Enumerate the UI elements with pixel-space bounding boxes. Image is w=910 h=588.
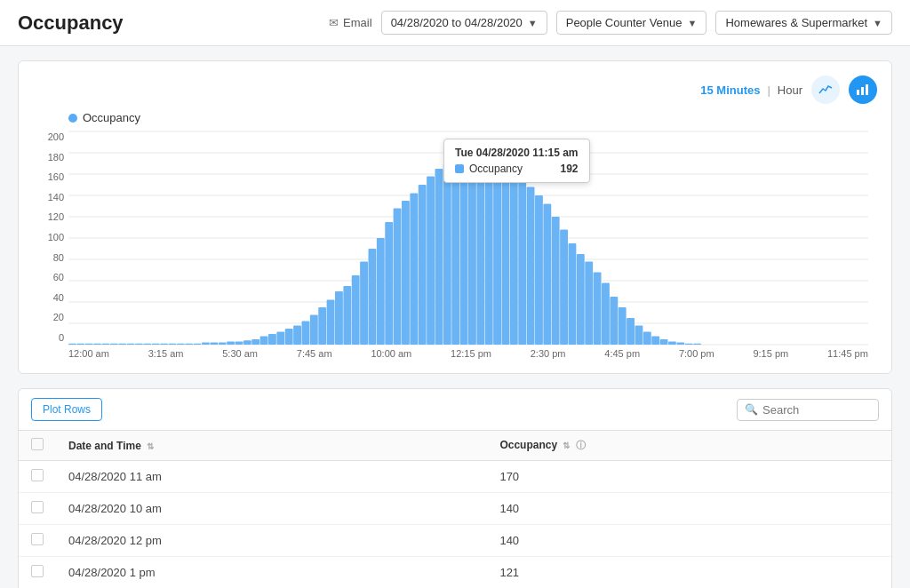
y-label-100: 100 bbox=[33, 232, 64, 242]
x-label-5: 12:15 pm bbox=[451, 348, 491, 359]
svg-rect-33 bbox=[227, 341, 235, 345]
date-range-dropdown[interactable]: 04/28/2020 to 04/28/2020 ▼ bbox=[381, 11, 547, 35]
col-datetime-header[interactable]: Date and Time ⇅ bbox=[56, 431, 487, 461]
svg-rect-1 bbox=[861, 87, 864, 95]
svg-rect-57 bbox=[427, 176, 435, 345]
svg-rect-83 bbox=[643, 332, 651, 345]
svg-rect-20 bbox=[118, 344, 126, 345]
y-label-40: 40 bbox=[33, 292, 64, 303]
y-label-160: 160 bbox=[33, 171, 64, 182]
svg-rect-24 bbox=[152, 344, 160, 345]
interval-divider: | bbox=[767, 83, 770, 97]
svg-rect-28 bbox=[185, 344, 193, 345]
search-input[interactable] bbox=[762, 403, 869, 417]
svg-rect-30 bbox=[202, 343, 210, 345]
svg-rect-78 bbox=[602, 282, 610, 345]
sort-icon: ⇅ bbox=[147, 441, 154, 451]
svg-rect-73 bbox=[560, 229, 568, 345]
svg-rect-80 bbox=[619, 307, 627, 345]
svg-rect-82 bbox=[635, 325, 643, 345]
x-label-7: 4:45 pm bbox=[604, 348, 640, 359]
row-checkbox[interactable] bbox=[31, 501, 44, 513]
svg-rect-69 bbox=[527, 187, 535, 345]
row-checkbox[interactable] bbox=[31, 469, 44, 481]
y-label-80: 80 bbox=[33, 252, 64, 263]
bar-chart-button[interactable] bbox=[849, 75, 877, 104]
svg-rect-66 bbox=[502, 158, 510, 345]
main-content: 15 Minutes | Hour Occupancy bbox=[0, 46, 910, 588]
table-body: 04/28/2020 11 am 170 04/28/2020 10 am 14… bbox=[19, 461, 891, 589]
interval-hour[interactable]: Hour bbox=[778, 83, 802, 97]
search-container: 🔍 bbox=[737, 399, 879, 421]
svg-rect-81 bbox=[627, 318, 635, 345]
svg-rect-65 bbox=[493, 153, 501, 345]
venue-dropdown[interactable]: People Counter Venue ▼ bbox=[556, 11, 707, 35]
svg-rect-84 bbox=[651, 336, 659, 345]
svg-rect-22 bbox=[135, 344, 143, 345]
header: Occupancy ✉ Email 04/28/2020 to 04/28/20… bbox=[0, 0, 910, 46]
email-button[interactable]: ✉ Email bbox=[329, 16, 372, 29]
svg-rect-89 bbox=[693, 344, 701, 345]
svg-rect-52 bbox=[385, 222, 393, 345]
table-header-row: Date and Time ⇅ Occupancy ⇅ ⓘ bbox=[19, 431, 891, 461]
line-chart-button[interactable] bbox=[811, 75, 840, 104]
svg-rect-42 bbox=[302, 322, 310, 345]
chart-card: 15 Minutes | Hour Occupancy bbox=[18, 60, 892, 374]
table-row: 04/28/2020 10 am 140 bbox=[19, 493, 891, 525]
svg-rect-34 bbox=[235, 341, 243, 345]
svg-rect-18 bbox=[102, 344, 110, 345]
svg-rect-40 bbox=[285, 329, 293, 345]
select-all-checkbox[interactable] bbox=[31, 438, 44, 450]
row-checkbox[interactable] bbox=[31, 533, 44, 545]
col-occupancy-header[interactable]: Occupancy ⇅ ⓘ bbox=[487, 431, 891, 461]
row-checkbox[interactable] bbox=[31, 565, 44, 577]
search-icon: 🔍 bbox=[745, 403, 758, 416]
table-row: 04/28/2020 1 pm 121 bbox=[19, 557, 891, 589]
svg-rect-70 bbox=[535, 195, 543, 345]
svg-rect-86 bbox=[668, 341, 676, 345]
svg-rect-17 bbox=[93, 344, 101, 345]
page-title: Occupancy bbox=[18, 12, 124, 35]
svg-rect-50 bbox=[369, 249, 377, 345]
y-label-200: 200 bbox=[33, 131, 64, 142]
cell-occupancy: 140 bbox=[487, 493, 891, 525]
svg-rect-53 bbox=[394, 208, 402, 345]
sort-icon: ⇅ bbox=[563, 441, 570, 450]
svg-rect-71 bbox=[543, 204, 551, 345]
svg-rect-75 bbox=[577, 254, 585, 345]
svg-rect-77 bbox=[594, 272, 602, 345]
svg-rect-27 bbox=[177, 344, 185, 345]
svg-rect-85 bbox=[660, 339, 668, 345]
svg-rect-46 bbox=[335, 291, 343, 345]
interval-15min[interactable]: 15 Minutes bbox=[700, 83, 760, 97]
bar-chart-icon bbox=[856, 83, 870, 97]
svg-rect-23 bbox=[143, 344, 151, 345]
table-toolbar: Plot Rows 🔍 bbox=[19, 389, 891, 431]
svg-rect-41 bbox=[293, 325, 301, 345]
svg-rect-21 bbox=[127, 344, 135, 345]
svg-rect-54 bbox=[402, 201, 410, 345]
plot-rows-button[interactable]: Plot Rows bbox=[31, 398, 102, 421]
cell-datetime: 04/28/2020 1 pm bbox=[56, 557, 487, 589]
store-dropdown[interactable]: Homewares & Supermarket ▼ bbox=[715, 11, 892, 35]
svg-rect-43 bbox=[310, 314, 318, 345]
svg-rect-55 bbox=[410, 194, 418, 345]
row-checkbox-cell bbox=[19, 493, 56, 525]
svg-rect-14 bbox=[68, 344, 76, 345]
y-label-180: 180 bbox=[33, 152, 64, 163]
svg-rect-38 bbox=[268, 334, 276, 345]
svg-rect-25 bbox=[160, 344, 168, 345]
x-label-8: 7:00 pm bbox=[679, 348, 714, 359]
row-checkbox-cell bbox=[19, 525, 56, 557]
svg-rect-88 bbox=[685, 344, 693, 345]
x-label-6: 2:30 pm bbox=[531, 348, 566, 359]
table-card: Plot Rows 🔍 Date and Time ⇅ Occupancy ⇅ bbox=[18, 388, 892, 588]
info-icon[interactable]: ⓘ bbox=[576, 440, 586, 450]
svg-rect-16 bbox=[85, 344, 93, 345]
cell-occupancy: 140 bbox=[487, 525, 891, 557]
date-range-value: 04/28/2020 to 04/28/2020 bbox=[391, 16, 523, 29]
select-all-header bbox=[19, 431, 56, 461]
y-label-20: 20 bbox=[33, 312, 64, 322]
svg-rect-45 bbox=[327, 300, 335, 345]
y-label-0: 0 bbox=[33, 332, 64, 343]
